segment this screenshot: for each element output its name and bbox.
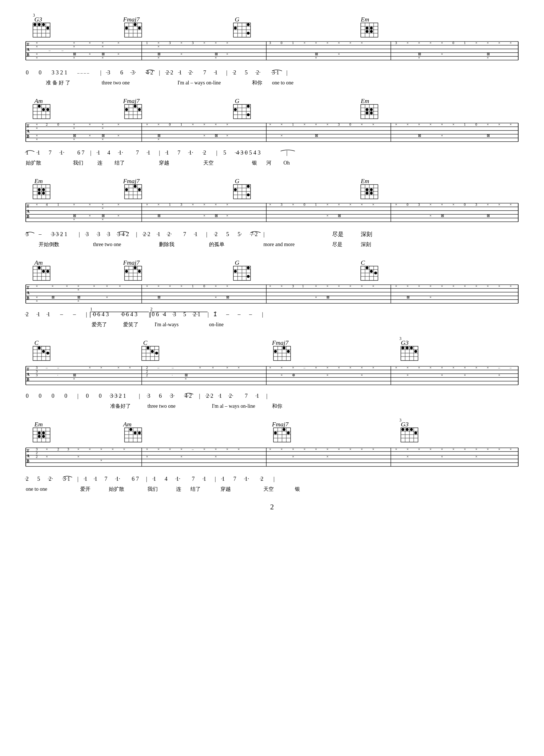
svg-text:_: _: [106, 230, 109, 235]
svg-text:|: |: [139, 393, 140, 399]
svg-text:Fmaj7: Fmaj7: [123, 16, 140, 23]
page: G3 3 Fmaj7 G: [0, 0, 544, 756]
svg-text:×: ×: [498, 122, 500, 126]
svg-text:_: _: [118, 149, 120, 153]
svg-text:×: ×: [441, 122, 443, 126]
svg-text:×: ×: [146, 122, 148, 126]
svg-text:×: ×: [315, 295, 317, 299]
svg-text:×: ×: [475, 447, 477, 451]
svg-text:×: ×: [203, 213, 205, 218]
svg-point-188: [234, 108, 237, 111]
svg-text:_ _ _ _: _ _ _ _: [50, 230, 63, 235]
svg-point-177: [125, 108, 128, 111]
svg-text:0: 0: [39, 393, 41, 399]
svg-text:×: ×: [119, 284, 121, 288]
svg-point-356: [370, 188, 373, 191]
svg-text:|: |: [77, 393, 78, 399]
svg-text:Am: Am: [122, 421, 131, 428]
svg-text:×: ×: [112, 447, 114, 451]
svg-text:more and more: more and more: [263, 242, 295, 247]
svg-text:T: T: [27, 449, 29, 453]
svg-text:×: ×: [430, 122, 432, 126]
svg-text:×: ×: [117, 365, 119, 370]
svg-text:×: ×: [487, 202, 489, 207]
svg-text:×: ×: [180, 447, 182, 451]
svg-text:5: 5: [245, 69, 248, 76]
svg-text:×: ×: [487, 284, 489, 288]
svg-text:×: ×: [117, 41, 119, 45]
svg-point-656: [410, 347, 413, 349]
svg-text:×: ×: [281, 373, 283, 377]
svg-text:×: ×: [157, 44, 159, 49]
svg-point-777: [129, 428, 132, 431]
svg-text:1: 1: [90, 307, 92, 311]
svg-text:|: |: [262, 311, 263, 318]
svg-text:×: ×: [498, 41, 500, 45]
svg-point-34: [247, 32, 250, 35]
svg-text:×: ×: [269, 365, 271, 370]
svg-text:×: ×: [73, 44, 75, 49]
svg-text:3: 3: [418, 202, 420, 207]
svg-text:|: |: [86, 311, 87, 318]
svg-text:×: ×: [102, 44, 104, 49]
svg-text:×: ×: [304, 122, 306, 126]
svg-text:×: ×: [102, 206, 104, 210]
svg-text:G: G: [235, 259, 239, 266]
svg-text:×: ×: [157, 284, 159, 288]
svg-point-344: [234, 188, 237, 191]
svg-point-168: [46, 108, 49, 111]
svg-text:1: 1: [464, 41, 466, 45]
svg-point-202: [370, 112, 373, 114]
svg-text:⊠: ⊠: [338, 213, 341, 218]
svg-text:×: ×: [430, 365, 432, 370]
svg-text:×: ×: [464, 365, 466, 370]
svg-text:_: _: [85, 230, 87, 235]
svg-point-22: [134, 23, 136, 26]
svg-text:×: ×: [269, 122, 271, 126]
svg-text:×: ×: [89, 447, 91, 451]
svg-text:深刻: 深刻: [361, 242, 371, 247]
svg-text:three two one: three two one: [102, 80, 130, 86]
svg-text:–: –: [226, 311, 229, 317]
svg-text:×: ×: [146, 202, 148, 207]
svg-text:1̂: 1̂: [213, 311, 217, 317]
svg-text:0: 0: [26, 69, 29, 76]
svg-text:×: ×: [269, 447, 271, 451]
svg-text:3: 3: [180, 202, 182, 207]
svg-text:|: |: [199, 393, 200, 399]
svg-text:three two one: three two one: [93, 242, 121, 247]
svg-point-323: [38, 192, 41, 195]
svg-text:A: A: [27, 454, 30, 458]
svg-point-644: [287, 350, 290, 353]
svg-text:×: ×: [327, 454, 329, 459]
svg-text:×: ×: [510, 202, 512, 207]
svg-text:爱笑了: 爱笑了: [123, 322, 138, 327]
svg-text:×: ×: [304, 447, 306, 451]
svg-text:×: ×: [281, 284, 283, 288]
svg-point-486: [134, 266, 136, 269]
svg-text:×: ×: [66, 284, 68, 288]
svg-text:×: ×: [407, 447, 409, 451]
svg-text:C: C: [361, 259, 365, 266]
svg-point-179: [138, 108, 141, 111]
svg-text:天空: 天空: [203, 160, 213, 166]
svg-text:4: 4: [107, 149, 110, 156]
svg-text:我们: 我们: [73, 160, 83, 166]
svg-text:×: ×: [327, 284, 329, 288]
svg-text:3: 3: [338, 122, 340, 126]
svg-text:×: ×: [441, 373, 443, 377]
svg-text:_ _      _ _: _ _ _ _: [234, 149, 247, 153]
svg-text:|: |: [226, 69, 227, 76]
svg-text:_ _: _ _: [62, 475, 68, 479]
svg-text:×: ×: [89, 365, 91, 370]
svg-text:|: |: [286, 69, 288, 76]
svg-text:|: |: [206, 231, 207, 238]
svg-text:3: 3: [475, 202, 477, 207]
svg-point-485: [125, 270, 128, 273]
svg-text:爱亮了: 爱亮了: [92, 322, 107, 327]
svg-text:G: G: [235, 177, 239, 185]
svg-text:×: ×: [77, 299, 79, 303]
svg-text:×: ×: [157, 447, 159, 451]
svg-text:C: C: [34, 339, 39, 346]
svg-text:×: ×: [418, 447, 420, 451]
